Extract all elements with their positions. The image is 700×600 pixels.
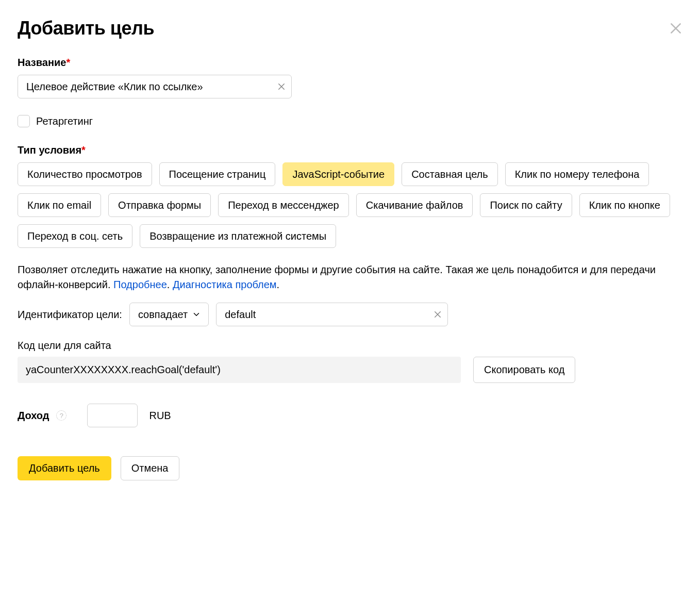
income-input[interactable]: [88, 404, 137, 427]
condition-option[interactable]: Поиск по сайту: [480, 193, 572, 217]
copy-code-button[interactable]: Скопировать код: [473, 357, 575, 383]
condition-option[interactable]: JavaScript-событие: [282, 162, 394, 186]
retargeting-label: Ретаргетинг: [36, 115, 93, 127]
condition-option[interactable]: Количество просмотров: [18, 162, 152, 186]
condition-option[interactable]: Посещение страниц: [159, 162, 276, 186]
condition-option[interactable]: Возвращение из платежной системы: [140, 224, 336, 248]
chevron-down-icon: [192, 310, 201, 319]
condition-description: Позволяет отследить нажатие на кнопку, з…: [18, 262, 682, 292]
diagnostics-link[interactable]: Диагностика проблем: [173, 279, 277, 290]
identifier-value-input[interactable]: [216, 303, 447, 326]
desc-tail: .: [277, 279, 280, 290]
condition-option[interactable]: Составная цель: [402, 162, 498, 186]
required-mark: *: [81, 144, 86, 156]
learn-more-link[interactable]: Подробнее: [113, 279, 167, 290]
condition-option[interactable]: Клик по email: [18, 193, 101, 217]
condition-option[interactable]: Скачивание файлов: [356, 193, 473, 217]
clear-icon[interactable]: [277, 82, 286, 91]
condition-option[interactable]: Отправка формы: [108, 193, 211, 217]
submit-button[interactable]: Добавить цель: [18, 456, 111, 480]
condition-option[interactable]: Переход в мессенджер: [218, 193, 349, 217]
condition-options: Количество просмотровПосещение страницJa…: [18, 162, 682, 248]
condition-option[interactable]: Клик по кнопке: [579, 193, 670, 217]
retargeting-checkbox[interactable]: [18, 115, 30, 127]
name-input-wrap: [18, 75, 292, 98]
condition-option[interactable]: Клик по номеру телефона: [505, 162, 649, 186]
condition-label-text: Тип условия: [18, 144, 81, 156]
identifier-row: Идентификатор цели: совпадает: [18, 303, 682, 326]
desc-sep: .: [167, 279, 173, 290]
code-label: Код цели для сайта: [18, 340, 682, 352]
name-label-text: Название: [18, 57, 66, 68]
condition-option[interactable]: Переход в соц. сеть: [18, 224, 132, 248]
identifier-value-wrap: [216, 303, 448, 326]
required-mark: *: [66, 57, 70, 68]
income-currency: RUB: [149, 410, 171, 422]
cancel-button[interactable]: Отмена: [121, 456, 179, 480]
condition-label: Тип условия*: [18, 144, 682, 156]
identifier-label: Идентификатор цели:: [18, 309, 122, 321]
name-input[interactable]: [18, 75, 291, 98]
goal-code: yaCounterXXXXXXXX.reachGoal('default'): [18, 357, 461, 383]
clear-icon[interactable]: [433, 310, 442, 319]
identifier-match-select[interactable]: совпадает: [129, 303, 209, 326]
modal-title: Добавить цель: [18, 18, 154, 39]
close-icon[interactable]: [669, 22, 682, 35]
income-label: Доход: [18, 410, 49, 422]
help-icon[interactable]: ?: [56, 410, 66, 421]
name-label: Название*: [18, 57, 682, 69]
identifier-match-value: совпадает: [138, 309, 188, 321]
income-input-wrap: [87, 404, 138, 427]
